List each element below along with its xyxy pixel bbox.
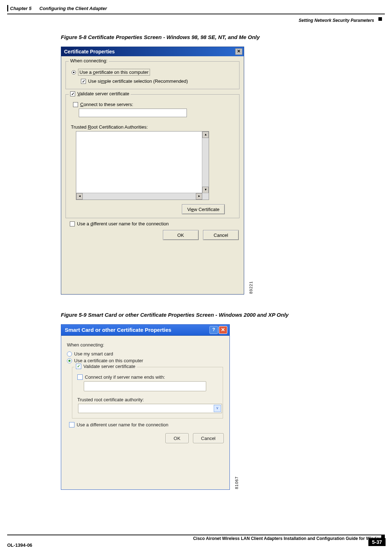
- chapter-number: Chapter 5: [10, 6, 32, 11]
- use-smart-card-radio[interactable]: [67, 351, 72, 357]
- chevron-down-icon[interactable]: v: [214, 405, 221, 412]
- scroll-down-icon[interactable]: ▾: [202, 187, 209, 193]
- section-title: Setting Network Security Parameters: [299, 18, 374, 23]
- footer-corner-square: [381, 535, 385, 538]
- horizontal-scrollbar[interactable]: ◂ ▸: [76, 193, 209, 200]
- chapter-title: Configuring the Client Adapter: [39, 6, 107, 11]
- trusted-root-listbox[interactable]: ▴ ▾ ◂ ▸: [76, 131, 209, 200]
- figure-caption-5-9: Figure 5-9 Smart Card or other Certifica…: [61, 312, 371, 318]
- simple-selection-checkbox[interactable]: [81, 79, 86, 84]
- use-smart-card-label: Use my smart card: [74, 351, 113, 357]
- validate-server-label: Validate server certificate: [77, 91, 129, 96]
- scroll-left-icon[interactable]: ◂: [76, 193, 83, 200]
- trusted-root-label: Trusted Root Certification Authorities:: [71, 124, 148, 130]
- dialog1-titlebar: Certificate Properties ✕: [61, 47, 244, 56]
- when-connecting-group: When connecting: Use a certificate on th…: [66, 61, 239, 89]
- ok-button[interactable]: OK: [163, 230, 199, 240]
- help-icon[interactable]: ?: [209, 326, 218, 334]
- use-certificate-label-2: Use a certificate on this computer: [74, 358, 143, 363]
- scroll-up-icon[interactable]: ▴: [202, 131, 209, 138]
- validate-server-group: Validate server certificate Connect to t…: [66, 94, 239, 218]
- cancel-button[interactable]: Cancel: [203, 230, 239, 240]
- header-rule: [7, 14, 385, 14]
- connect-servers-input[interactable]: [79, 109, 187, 117]
- scroll-right-icon[interactable]: ▸: [196, 193, 202, 200]
- dialog2-titlebar: Smart Card or other Certificate Properti…: [61, 325, 229, 336]
- certificate-properties-dialog: Certificate Properties ✕ When connecting…: [61, 47, 244, 295]
- use-certificate-label: Use a certificate on this computer: [78, 69, 150, 76]
- validate-server-label-2: Validate server certificate: [83, 364, 135, 369]
- header-left-bar: [7, 5, 8, 11]
- different-username-checkbox-2[interactable]: [69, 422, 74, 427]
- dialog2-title: Smart Card or other Certificate Properti…: [65, 327, 171, 333]
- trusted-root-combo[interactable]: v: [78, 404, 222, 413]
- footer-doc-number: OL-1394-06: [7, 542, 32, 548]
- page-number: 5-37: [368, 538, 386, 546]
- cancel-button-2[interactable]: Cancel: [193, 433, 224, 443]
- connect-servers-label: Connect to these servers:: [80, 102, 133, 107]
- footer-rule: [7, 535, 385, 535]
- dialog1-title: Certificate Properties: [64, 49, 115, 54]
- close-icon[interactable]: ✕: [219, 326, 227, 334]
- footer-guide-title: Cisco Aironet Wireless LAN Client Adapte…: [7, 536, 385, 541]
- view-certificate-button[interactable]: View Certificate: [182, 204, 225, 214]
- trusted-root-label-2: Trusted root certificate authority:: [77, 397, 219, 402]
- use-certificate-radio-2[interactable]: [67, 358, 72, 363]
- header-corner-square: [378, 17, 382, 21]
- close-icon[interactable]: ✕: [235, 48, 242, 55]
- server-name-input[interactable]: [84, 381, 206, 391]
- connect-only-checkbox[interactable]: [77, 374, 83, 380]
- vertical-scrollbar[interactable]: ▴ ▾: [202, 131, 209, 193]
- use-certificate-radio[interactable]: [72, 70, 76, 75]
- different-username-label-2: Use a different user name for the connec…: [77, 422, 168, 427]
- validate-server-group-2: Validate server certificate Connect only…: [72, 367, 223, 418]
- smart-card-properties-dialog: Smart Card or other Certificate Properti…: [61, 324, 230, 490]
- different-username-checkbox[interactable]: [70, 221, 75, 226]
- figure-code-1: 89221: [249, 281, 253, 294]
- figure-caption-5-8: Figure 5-8 Certificate Properties Screen…: [61, 34, 371, 40]
- different-username-label: Use a different user name for the connec…: [77, 221, 169, 226]
- ok-button-2[interactable]: OK: [165, 433, 189, 443]
- figure-code-2: 81067: [234, 476, 239, 489]
- validate-server-checkbox-2[interactable]: [76, 364, 81, 369]
- connect-servers-checkbox[interactable]: [73, 102, 78, 107]
- connect-only-label: Connect only if server name ends with:: [85, 374, 165, 380]
- simple-selection-label: Use simple certificate selection (Recomm…: [88, 78, 188, 84]
- when-connecting-label: When connecting:: [69, 58, 109, 63]
- when-connecting-label-2: When connecting:: [67, 342, 224, 348]
- validate-server-checkbox[interactable]: [70, 91, 75, 96]
